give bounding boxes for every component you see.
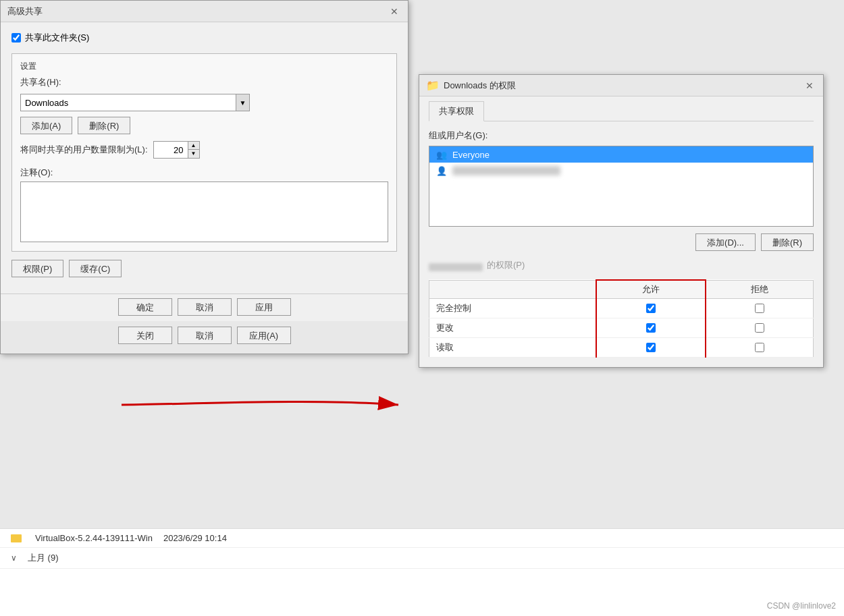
permissions-titlebar: 📁 Downloads 的权限 ✕ [419, 75, 823, 96]
permissions-body: 共享权限 组或用户名(G): 👥 Everyone 👤 添加(D)... 删除(… [419, 96, 823, 367]
add-share-button[interactable]: 添加(A) [20, 117, 72, 134]
note-textarea[interactable] [20, 181, 388, 242]
perm-col-deny: 拒绝 [706, 280, 814, 298]
user-count-input[interactable] [154, 142, 188, 158]
permissions-dialog: 📁 Downloads 的权限 ✕ 共享权限 组或用户名(G): 👥 Every… [419, 74, 824, 368]
bottom-prev-month: 上月 (9) [28, 552, 59, 564]
perm-read-allow-check-wrap [604, 343, 698, 352]
perm-modify-allow-check-wrap [604, 323, 698, 333]
perm-read-allow-cell [596, 337, 706, 357]
share-checkbox-row: 共享此文件夹(S) [11, 32, 397, 44]
perm-label-blurred [429, 263, 483, 271]
perm-full-control-label: 完全控制 [429, 298, 596, 318]
perm-modify-label: 更改 [429, 318, 596, 337]
user-blurred-label [452, 166, 560, 175]
perm-full-control-deny-check-wrap [713, 304, 806, 313]
user-blurred-icon: 👤 [435, 165, 448, 176]
perm-read-allow-checkbox[interactable] [646, 343, 656, 352]
share-name-row: 共享名(H): [20, 76, 388, 88]
advanced-share-titlebar: 高级共享 ✕ [1, 1, 408, 22]
perm-read-label: 读取 [429, 337, 596, 357]
perm-modify-allow-cell [596, 318, 706, 337]
perm-row-full-control: 完全控制 [429, 298, 814, 318]
permissions-table: 允许 拒绝 完全控制 [429, 279, 814, 358]
bottom-folder-icon [11, 534, 22, 542]
perm-modify-deny-cell [706, 318, 814, 337]
bottom-file-date: 2023/6/29 10:14 [163, 533, 227, 543]
share-name-input[interactable] [21, 96, 236, 109]
user-list-item-blurred[interactable]: 👤 [429, 163, 813, 179]
everyone-label: Everyone [452, 150, 490, 160]
advanced-share-title: 高级共享 [7, 5, 43, 18]
apply2-button[interactable]: 应用(A) [237, 327, 291, 344]
perm-read-deny-cell [706, 337, 814, 357]
cache-button[interactable]: 缓存(C) [69, 260, 122, 277]
perm-full-control-allow-check-wrap [604, 304, 698, 313]
group-user-label: 组或用户名(G): [429, 130, 814, 142]
perm-modify-allow-checkbox[interactable] [646, 323, 656, 333]
advanced-dialog-outer-bottom: 关闭 取消 应用(A) [1, 321, 408, 354]
advanced-dialog-inner-bottom: 确定 取消 应用 [1, 293, 408, 321]
permissions-button[interactable]: 权限(P) [11, 260, 63, 277]
perm-row-read: 读取 [429, 337, 814, 357]
perm-read-deny-checkbox[interactable] [755, 343, 764, 352]
cancel-button[interactable]: 取消 [178, 298, 232, 316]
permissions-folder-icon: 📁 [426, 79, 440, 92]
perm-full-control-deny-checkbox[interactable] [755, 304, 764, 313]
bottom-file-row: VirtualBox-5.2.44-139111-Win 2023/6/29 1… [0, 529, 844, 548]
perm-col-name [429, 280, 596, 298]
spinner-arrows: ▲ ▼ [188, 142, 199, 158]
perm-add-delete-row: 添加(D)... 删除(R) [429, 233, 814, 251]
advanced-share-body: 共享此文件夹(S) 设置 共享名(H): ▼ 添加(A) 删除(R) [1, 22, 408, 293]
share-folder-label: 共享此文件夹(S) [25, 32, 89, 44]
permissions-title-area: 📁 Downloads 的权限 [426, 79, 516, 92]
spinner-up-button[interactable]: ▲ [188, 142, 199, 150]
perm-table-header-row: 允许 拒绝 [429, 280, 814, 298]
delete-share-button[interactable]: 删除(R) [78, 117, 130, 134]
everyone-icon: 👥 [435, 149, 448, 160]
share-name-dropdown[interactable]: ▼ [20, 94, 250, 111]
add-perm-button[interactable]: 添加(D)... [695, 233, 756, 251]
perm-modify-deny-check-wrap [713, 323, 806, 333]
settings-group: 设置 共享名(H): ▼ 添加(A) 删除(R) 将同时共享的用户数量限制为(L… [11, 53, 397, 252]
bottom-prev-month-row: ∨ 上月 (9) [0, 548, 844, 569]
advanced-share-dialog: 高级共享 ✕ 共享此文件夹(S) 设置 共享名(H): ▼ 添加(A) [0, 0, 408, 354]
user-count-row: 将同时共享的用户数量限制为(L): ▲ ▼ [20, 141, 388, 159]
user-list-box: 👥 Everyone 👤 [429, 146, 814, 227]
perm-section-label: 的权限(P) [487, 259, 525, 271]
perm-read-deny-check-wrap [713, 343, 806, 352]
perm-row-modify: 更改 [429, 318, 814, 337]
advanced-share-close-button[interactable]: ✕ [388, 5, 401, 18]
perm-full-control-deny-cell [706, 298, 814, 318]
ok-button[interactable]: 确定 [118, 298, 172, 316]
perm-col-allow: 允许 [596, 280, 706, 298]
cancel2-button[interactable]: 取消 [178, 327, 232, 344]
perm-full-control-allow-cell [596, 298, 706, 318]
apply-button[interactable]: 应用 [237, 298, 291, 316]
perm-modify-deny-checkbox[interactable] [755, 323, 764, 333]
note-label: 注释(O): [20, 167, 388, 179]
share-name-combo-row: ▼ [20, 94, 388, 111]
settings-group-title: 设置 [20, 61, 388, 72]
share-name-label: 共享名(H): [20, 76, 68, 88]
user-count-label: 将同时共享的用户数量限制为(L): [20, 144, 148, 156]
perm-full-control-allow-checkbox[interactable] [646, 304, 656, 313]
spinner-down-button[interactable]: ▼ [188, 150, 199, 158]
user-count-spinner[interactable]: ▲ ▼ [153, 141, 200, 159]
watermark: CSDN @linlinlove2 [767, 601, 836, 611]
add-delete-btn-row: 添加(A) 删除(R) [20, 117, 388, 134]
delete-perm-button[interactable]: 删除(R) [761, 233, 814, 251]
permissions-title: Downloads 的权限 [444, 80, 516, 92]
perm-section-header: 的权限(P) [429, 259, 814, 275]
user-list-item-everyone[interactable]: 👥 Everyone [429, 146, 813, 163]
bottom-prev-month-label: ∨ [11, 553, 17, 563]
permissions-tab-bar: 共享权限 [429, 96, 814, 121]
share-folder-checkbox[interactable] [11, 33, 21, 43]
perm-cache-btn-row: 权限(P) 缓存(C) [11, 260, 397, 277]
bottom-file-name: VirtualBox-5.2.44-139111-Win [35, 533, 153, 543]
share-name-dropdown-arrow[interactable]: ▼ [236, 94, 249, 111]
permissions-close-button[interactable]: ✕ [803, 79, 816, 92]
page-bottom-area: VirtualBox-5.2.44-139111-Win 2023/6/29 1… [0, 528, 844, 616]
tab-share-permissions[interactable]: 共享权限 [429, 101, 484, 121]
close-button[interactable]: 关闭 [118, 327, 172, 344]
